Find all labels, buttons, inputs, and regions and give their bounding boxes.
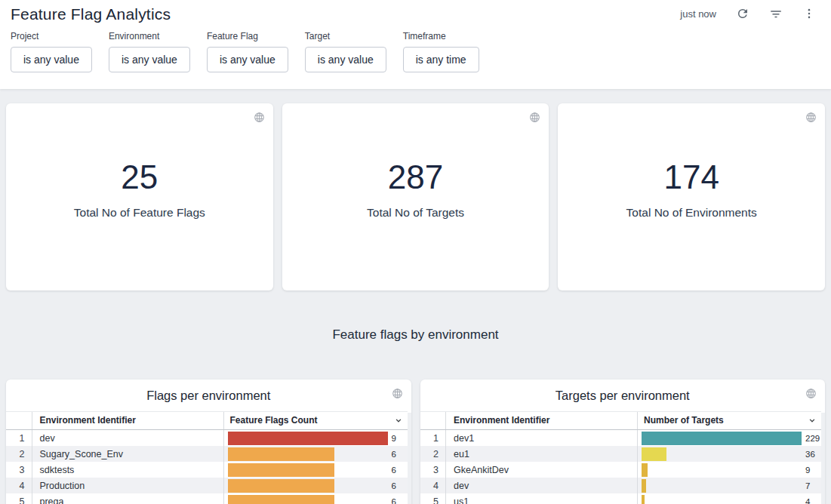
table-row: 3 sdktests 6 xyxy=(6,462,408,478)
bar-value: 36 xyxy=(805,450,815,459)
row-index: 5 xyxy=(420,493,446,504)
environment-identifier-cell[interactable]: prega xyxy=(32,493,223,504)
table-row: 3 GkeAnkitDev 9 xyxy=(420,462,822,478)
row-index: 2 xyxy=(420,446,446,462)
filter-target-value-button[interactable]: is any value xyxy=(305,47,386,72)
bar-value: 4 xyxy=(805,497,810,504)
table-row: 2 Sugary_Scone_Env 6 xyxy=(6,446,408,462)
last-updated-text: just now xyxy=(680,8,716,20)
kpi-row: 25 Total No of Feature Flags 287 Total N… xyxy=(6,103,825,290)
filter-timeframe: Timeframe is any time xyxy=(403,31,479,72)
bar-value: 9 xyxy=(805,466,810,475)
row-index: 3 xyxy=(6,462,32,478)
count-cell: 9 xyxy=(638,462,822,478)
tile-title: Flags per environment xyxy=(146,389,270,403)
filter-project: Project is any value xyxy=(11,31,92,72)
filter-timeframe-value-button[interactable]: is any time xyxy=(403,47,479,72)
column-header-environment-identifier[interactable]: Environment Identifier xyxy=(446,412,638,430)
environment-identifier-cell[interactable]: GkeAnkitDev xyxy=(446,462,638,478)
filter-environment-value-button[interactable]: is any value xyxy=(109,47,190,72)
bar-track xyxy=(228,478,388,493)
kebab-menu-icon xyxy=(802,7,816,20)
filter-feature-flag-value-button[interactable]: is any value xyxy=(207,47,288,72)
bar-value: 9 xyxy=(392,434,396,443)
bar[interactable] xyxy=(228,463,334,477)
bar-value: 229 xyxy=(805,434,820,443)
filter-label: Target xyxy=(305,31,386,41)
bar[interactable] xyxy=(642,463,648,477)
refresh-icon xyxy=(736,7,749,20)
kpi-label: Total No of Feature Flags xyxy=(74,206,205,220)
kpi-label: Total No of Targets xyxy=(367,206,464,220)
column-header-number-of-targets[interactable]: Number of Targets xyxy=(638,412,822,430)
row-number-header xyxy=(420,412,446,430)
bar-track xyxy=(228,493,388,504)
environment-identifier-cell[interactable]: eu1 xyxy=(446,446,638,462)
dashboard-header: Feature Flag Analytics just now Proje xyxy=(0,0,831,89)
kpi-total-environments: 174 Total No of Environments xyxy=(558,103,825,290)
row-index: 3 xyxy=(420,462,446,478)
column-header-feature-flags-count[interactable]: Feature Flags Count xyxy=(223,412,408,430)
table-scrollbar[interactable] xyxy=(821,413,825,504)
bar[interactable] xyxy=(228,432,388,445)
section-title: Feature flags by environment xyxy=(6,290,825,380)
filters-button[interactable] xyxy=(769,7,783,20)
bar[interactable] xyxy=(642,432,802,445)
count-cell: 9 xyxy=(223,430,408,447)
tables-row: Flags per environment Environment Identi… xyxy=(6,380,825,504)
header-actions: just now xyxy=(680,4,820,20)
column-header-environment-identifier[interactable]: Environment Identifier xyxy=(32,412,223,430)
environment-identifier-cell[interactable]: dev xyxy=(32,430,223,447)
globe-icon xyxy=(391,387,404,400)
table-row: 4 Production 6 xyxy=(6,478,408,493)
bar-track xyxy=(642,462,802,478)
count-cell: 7 xyxy=(638,478,822,493)
bar[interactable] xyxy=(228,447,334,461)
bar-track xyxy=(228,462,388,478)
bar-value: 6 xyxy=(392,497,396,504)
bar-value: 7 xyxy=(805,481,810,490)
filter-feature-flag: Feature Flag is any value xyxy=(207,31,288,72)
row-index: 4 xyxy=(420,478,446,493)
bar-track xyxy=(642,493,802,504)
filter-label: Feature Flag xyxy=(207,31,288,41)
page-title: Feature Flag Analytics xyxy=(11,4,171,23)
tile-title: Targets per environment xyxy=(556,389,690,403)
bar[interactable] xyxy=(642,479,646,493)
table-row: 2 eu1 36 xyxy=(420,446,822,462)
filter-environment: Environment is any value xyxy=(109,31,190,72)
table-row: 4 dev 7 xyxy=(420,478,822,493)
globe-icon xyxy=(805,111,817,124)
kpi-total-targets: 287 Total No of Targets xyxy=(282,103,549,290)
targets-per-environment-table: Environment Identifier Number of Targets… xyxy=(420,411,822,504)
table-scrollbar[interactable] xyxy=(408,413,411,504)
chevron-down-icon[interactable] xyxy=(393,415,404,426)
table-row: 5 prega 6 xyxy=(6,493,408,504)
row-index: 4 xyxy=(6,478,32,493)
environment-identifier-cell[interactable]: Production xyxy=(32,478,223,493)
bar[interactable] xyxy=(642,447,666,461)
bar[interactable] xyxy=(228,495,334,504)
bar[interactable] xyxy=(642,495,645,504)
count-cell: 229 xyxy=(638,430,822,447)
filter-project-value-button[interactable]: is any value xyxy=(11,47,92,72)
row-index: 1 xyxy=(420,430,446,447)
filter-target: Target is any value xyxy=(305,31,386,72)
environment-identifier-cell[interactable]: sdktests xyxy=(32,462,223,478)
count-cell: 4 xyxy=(638,493,822,504)
environment-identifier-cell[interactable]: dev xyxy=(446,478,638,493)
flags-per-environment-table: Environment Identifier Feature Flags Cou… xyxy=(6,411,408,504)
flags-per-environment-tile: Flags per environment Environment Identi… xyxy=(6,380,411,504)
environment-identifier-cell[interactable]: Sugary_Scone_Env xyxy=(32,446,223,462)
bar-value: 6 xyxy=(392,481,396,490)
table-row: 1 dev1 229 xyxy=(420,430,822,447)
column-header-label: Feature Flags Count xyxy=(230,415,318,426)
environment-identifier-cell[interactable]: us1 xyxy=(446,493,638,504)
chevron-down-icon[interactable] xyxy=(807,415,817,426)
bar[interactable] xyxy=(228,479,334,493)
bar-value: 6 xyxy=(392,450,396,459)
environment-identifier-cell[interactable]: dev1 xyxy=(446,430,638,447)
row-index: 2 xyxy=(6,446,32,462)
more-menu-button[interactable] xyxy=(802,7,816,20)
refresh-button[interactable] xyxy=(736,7,749,20)
